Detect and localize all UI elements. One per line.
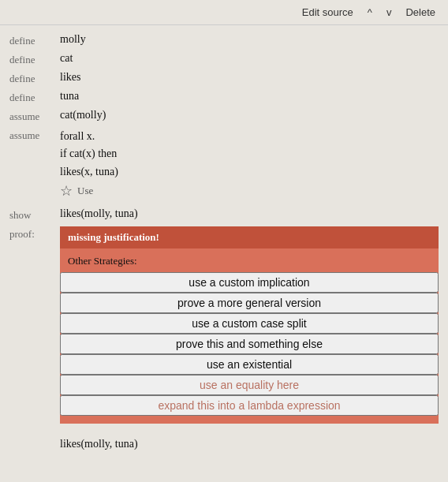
star-icon[interactable]: ☆ xyxy=(60,182,73,200)
strategy-lambda: expand this into a lambda expression xyxy=(60,395,439,416)
define-keyword: define xyxy=(9,52,60,66)
bottom-expression: likes(molly, tuna) xyxy=(0,425,448,454)
delete-button[interactable]: Delete xyxy=(402,5,439,20)
show-row: show likes(molly, tuna) xyxy=(0,206,448,225)
move-down-button[interactable]: v xyxy=(383,5,395,20)
define-keyword: define xyxy=(9,33,60,47)
assume-forall-line3: likes(x, tuna) xyxy=(60,163,118,181)
assume-forall-header: assume forall x. if cat(x) then likes(x,… xyxy=(9,128,439,200)
define-row-likes: define likes xyxy=(0,69,448,88)
show-expr: likes(molly, tuna) xyxy=(60,207,439,220)
define-row-cat: define cat xyxy=(0,50,448,69)
define-keyword: define xyxy=(9,71,60,85)
assume-forall-block: assume forall x. if cat(x) then likes(x,… xyxy=(0,126,448,201)
define-row-tuna: define tuna xyxy=(0,88,448,107)
assume-expr-cat-molly: cat(molly) xyxy=(60,109,439,121)
assume-forall-line1: forall x. xyxy=(60,128,118,145)
proof-label: proof: xyxy=(9,226,60,241)
define-expr-likes: likes xyxy=(60,71,439,84)
define-expr-cat: cat xyxy=(60,52,439,65)
define-expr-tuna: tuna xyxy=(60,90,439,103)
strategy-prove-something-else[interactable]: prove this and something else xyxy=(60,334,439,354)
assume-body: forall x. if cat(x) then likes(x, tuna) … xyxy=(60,128,118,200)
assume-forall-line2: if cat(x) then xyxy=(60,145,118,163)
use-link[interactable]: Use xyxy=(77,185,93,197)
other-strategies-header: Other Strategies: xyxy=(60,253,439,272)
assume-row-cat-molly: assume cat(molly) xyxy=(0,107,448,126)
content-area: define molly define cat define likes def… xyxy=(0,25,448,469)
edit-source-button[interactable]: Edit source xyxy=(299,5,357,20)
show-keyword: show xyxy=(9,207,60,222)
strategy-case-split[interactable]: use a custom case split xyxy=(60,313,439,334)
strategy-custom-implication[interactable]: use a custom implication xyxy=(60,272,439,293)
missing-justification-banner: missing justification! xyxy=(60,226,439,248)
strategies-panel: Other Strategies: use a custom implicati… xyxy=(60,248,439,424)
move-up-button[interactable]: ^ xyxy=(364,5,375,20)
strategy-existential[interactable]: use an existential xyxy=(60,354,439,375)
assume-keyword: assume xyxy=(9,109,60,123)
top-bar: Edit source ^ v Delete xyxy=(0,0,448,25)
assume-keyword-2: assume xyxy=(9,128,60,142)
define-row-molly: define molly xyxy=(0,32,448,50)
define-expr-molly: molly xyxy=(60,33,439,46)
proof-panel: missing justification! Other Strategies:… xyxy=(60,226,439,424)
star-use-row: ☆ Use xyxy=(60,182,118,200)
strategy-general-version[interactable]: prove a more general version xyxy=(60,293,439,313)
strategy-equality: use an equality here xyxy=(60,375,439,395)
proof-section: proof: missing justification! Other Stra… xyxy=(0,225,448,425)
define-keyword: define xyxy=(9,90,60,104)
